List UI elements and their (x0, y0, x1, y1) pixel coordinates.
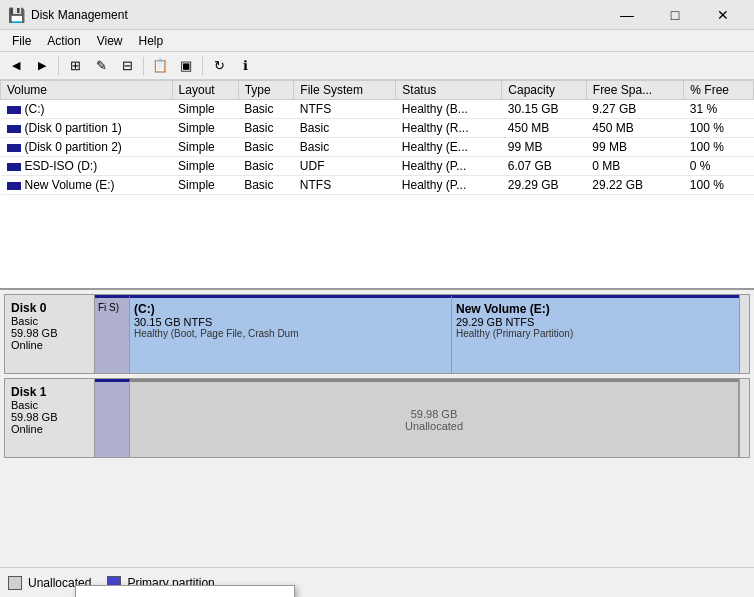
disk-1-status: Online (11, 423, 88, 435)
menu-file[interactable]: File (4, 32, 39, 50)
cell-type-1: Basic (238, 119, 294, 138)
cell-type-3: Basic (238, 157, 294, 176)
disk-1-scrollbar (739, 379, 749, 457)
toolbar-btn-7[interactable]: ℹ (233, 55, 257, 77)
partition-0-label: Fi S) (98, 302, 126, 313)
cell-type-2: Basic (238, 138, 294, 157)
row-icon-0 (7, 106, 21, 114)
disk-1-partition-0[interactable] (95, 379, 130, 457)
partition-e-name: New Volume (E:) (456, 302, 735, 316)
cell-volume-1: (Disk 0 partition 1) (1, 119, 173, 138)
toolbar-separator-2 (143, 57, 144, 75)
cell-capacity-2: 99 MB (502, 138, 586, 157)
disk-area[interactable]: Disk 0 Basic 59.98 GB Online Fi S) (C:) … (0, 290, 754, 597)
partition-c-name: (C:) (134, 302, 447, 316)
col-freespace[interactable]: Free Spa... (586, 81, 684, 100)
cell-capacity-1: 450 MB (502, 119, 586, 138)
disk-0-partition-e[interactable]: New Volume (E:) 29.29 GB NTFS Healthy (P… (452, 295, 739, 373)
minimize-button[interactable]: — (604, 0, 650, 30)
disk-row-0: Disk 0 Basic 59.98 GB Online Fi S) (C:) … (4, 294, 750, 374)
disk-row-1: Disk 1 Basic 59.98 GB Online 59.98 GB Un… (4, 378, 750, 458)
cell-layout-4: Simple (172, 176, 238, 195)
col-filesystem[interactable]: File System (294, 81, 396, 100)
table-row[interactable]: (Disk 0 partition 1) Simple Basic Basic … (1, 119, 754, 138)
cell-volume-0: (C:) (1, 100, 173, 119)
cell-capacity-0: 30.15 GB (502, 100, 586, 119)
cell-status-2: Healthy (E... (396, 138, 502, 157)
cell-volume-2: (Disk 0 partition 2) (1, 138, 173, 157)
toolbar-btn-6[interactable]: ↻ (207, 55, 231, 77)
cell-fs-3: UDF (294, 157, 396, 176)
legend-unalloc-box (8, 576, 22, 590)
context-menu[interactable]: New Spanned Volume... New Striped Volume… (75, 585, 295, 597)
unallocated-size: 59.98 GB (405, 408, 463, 420)
table-row[interactable]: (Disk 0 partition 2) Simple Basic Basic … (1, 138, 754, 157)
toolbar-btn-5[interactable]: ▣ (174, 55, 198, 77)
cell-fs-4: NTFS (294, 176, 396, 195)
cell-status-4: Healthy (P... (396, 176, 502, 195)
menu-action[interactable]: Action (39, 32, 88, 50)
back-button[interactable]: ◀ (4, 55, 28, 77)
cell-capacity-4: 29.29 GB (502, 176, 586, 195)
ctx-new-spanned: New Spanned Volume... (76, 590, 294, 597)
col-status[interactable]: Status (396, 81, 502, 100)
menu-help[interactable]: Help (131, 32, 172, 50)
col-pctfree[interactable]: % Free (684, 81, 754, 100)
cell-capacity-3: 6.07 GB (502, 157, 586, 176)
toolbar-btn-2[interactable]: ✎ (89, 55, 113, 77)
forward-button[interactable]: ▶ (30, 55, 54, 77)
menu-view[interactable]: View (89, 32, 131, 50)
cell-pct-3: 0 % (684, 157, 754, 176)
disk-0-partition-0[interactable]: Fi S) (95, 295, 130, 373)
col-type[interactable]: Type (238, 81, 294, 100)
table-header-row: Volume Layout Type File System Status Ca… (1, 81, 754, 100)
title-bar: 💾 Disk Management — □ ✕ (0, 0, 754, 30)
cell-pct-2: 100 % (684, 138, 754, 157)
disk-0-partition-c[interactable]: (C:) 30.15 GB NTFS Healthy (Boot, Page F… (130, 295, 452, 373)
row-icon-2 (7, 144, 21, 152)
maximize-button[interactable]: □ (652, 0, 698, 30)
table-area[interactable]: Volume Layout Type File System Status Ca… (0, 80, 754, 290)
disk-table: Volume Layout Type File System Status Ca… (0, 80, 754, 195)
disk-1-label: Disk 1 Basic 59.98 GB Online (5, 379, 95, 457)
partition-e-status: Healthy (Primary Partition) (456, 328, 735, 339)
cell-layout-0: Simple (172, 100, 238, 119)
cell-fs-0: NTFS (294, 100, 396, 119)
cell-free-3: 0 MB (586, 157, 684, 176)
partition-c-status: Healthy (Boot, Page File, Crash Dum (134, 328, 447, 339)
cell-type-4: Basic (238, 176, 294, 195)
unallocated-label: 59.98 GB Unallocated (405, 408, 463, 432)
unallocated-text: Unallocated (405, 420, 463, 432)
table-row[interactable]: New Volume (E:) Simple Basic NTFS Health… (1, 176, 754, 195)
menu-bar: File Action View Help (0, 30, 754, 52)
cell-type-0: Basic (238, 100, 294, 119)
cell-status-3: Healthy (P... (396, 157, 502, 176)
toolbar-btn-3[interactable]: ⊟ (115, 55, 139, 77)
table-row[interactable]: ESD-ISO (D:) Simple Basic UDF Healthy (P… (1, 157, 754, 176)
disk-1-unallocated[interactable]: 59.98 GB Unallocated (130, 379, 739, 457)
col-capacity[interactable]: Capacity (502, 81, 586, 100)
toolbar-btn-1[interactable]: ⊞ (63, 55, 87, 77)
toolbar-btn-4[interactable]: 📋 (148, 55, 172, 77)
main-content: Volume Layout Type File System Status Ca… (0, 80, 754, 597)
disk-0-type: Basic (11, 315, 88, 327)
toolbar: ◀ ▶ ⊞ ✎ ⊟ 📋 ▣ ↻ ℹ (0, 52, 754, 80)
disk-1-partitions: 59.98 GB Unallocated (95, 379, 739, 457)
col-layout[interactable]: Layout (172, 81, 238, 100)
row-icon-3 (7, 163, 21, 171)
disk-0-name: Disk 0 (11, 301, 88, 315)
cell-layout-3: Simple (172, 157, 238, 176)
disk-1-name: Disk 1 (11, 385, 88, 399)
title-bar-icon: 💾 (8, 7, 25, 23)
partition-c-size: 30.15 GB NTFS (134, 316, 447, 328)
close-button[interactable]: ✕ (700, 0, 746, 30)
cell-pct-1: 100 % (684, 119, 754, 138)
title-bar-title: Disk Management (31, 8, 604, 22)
cell-volume-4: New Volume (E:) (1, 176, 173, 195)
cell-fs-2: Basic (294, 138, 396, 157)
disk-0-partitions: Fi S) (C:) 30.15 GB NTFS Healthy (Boot, … (95, 295, 739, 373)
table-row[interactable]: (C:) Simple Basic NTFS Healthy (B... 30.… (1, 100, 754, 119)
col-volume[interactable]: Volume (1, 81, 173, 100)
toolbar-separator-1 (58, 57, 59, 75)
toolbar-separator-3 (202, 57, 203, 75)
